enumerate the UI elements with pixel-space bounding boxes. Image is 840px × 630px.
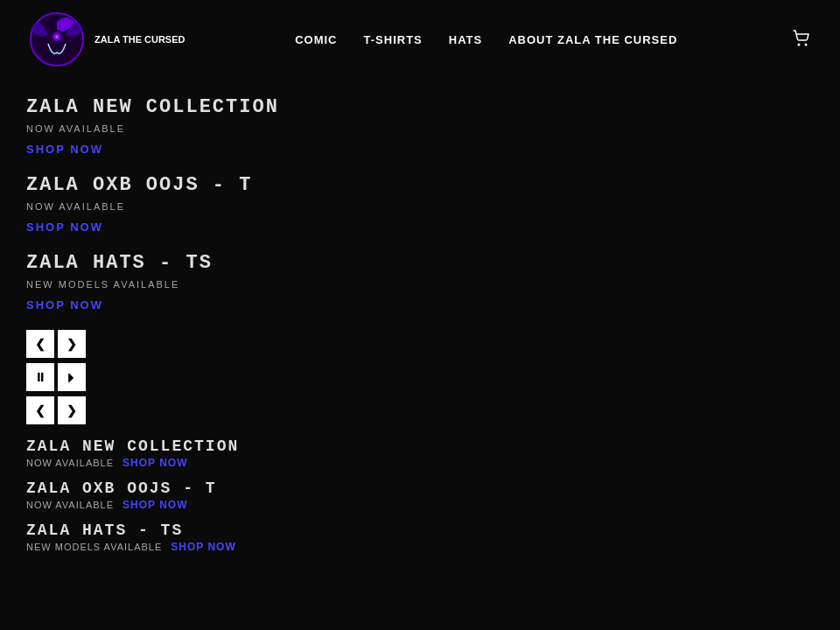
pause-btn[interactable]: ⏸ bbox=[26, 363, 54, 391]
slide-title-3: ZALA HATS - TS bbox=[26, 252, 814, 274]
next-btn-2[interactable]: ❯ bbox=[58, 396, 86, 424]
bottom-list: ZALA NEW COLLECTION NOW AVAILABLE SHOP N… bbox=[26, 438, 814, 553]
bottom-sub-2: NOW AVAILABLE bbox=[26, 500, 114, 510]
slide-title-1: ZALA NEW COLLECTION bbox=[26, 96, 814, 118]
bottom-shop-1[interactable]: SHOP NOW bbox=[122, 457, 187, 469]
svg-point-4 bbox=[798, 44, 801, 46]
bottom-title-1: ZALA NEW COLLECTION bbox=[26, 438, 814, 455]
svg-point-3 bbox=[55, 35, 59, 38]
main-content: ZALA NEW COLLECTION NOW AVAILABLE SHOP N… bbox=[0, 79, 840, 581]
shop-now-btn-2[interactable]: SHOP NOW bbox=[26, 220, 103, 234]
prev-next-row-2: ❮ ❯ bbox=[26, 396, 814, 424]
slide-item-1: ZALA NEW COLLECTION NOW AVAILABLE SHOP N… bbox=[26, 96, 814, 157]
pause-play-row: ⏸ ⏵ bbox=[26, 363, 814, 391]
bottom-sub-1: NOW AVAILABLE bbox=[26, 458, 114, 468]
bottom-meta-3: NEW MODELS AVAILABLE SHOP NOW bbox=[26, 541, 814, 553]
prev-next-row-1: ❮ ❯ bbox=[26, 330, 814, 358]
bottom-item-2: ZALA OXB OOJS - T NOW AVAILABLE SHOP NOW bbox=[26, 480, 814, 511]
nav-about[interactable]: ABOUT ZALA THE CURSED bbox=[508, 33, 677, 46]
bottom-title-3: ZALA HATS - TS bbox=[26, 522, 814, 539]
prev-btn-2[interactable]: ❮ bbox=[26, 396, 54, 424]
cart-icon[interactable] bbox=[788, 28, 814, 51]
bottom-shop-3[interactable]: SHOP NOW bbox=[171, 541, 235, 553]
bottom-item-3: ZALA HATS - TS NEW MODELS AVAILABLE SHOP… bbox=[26, 522, 814, 553]
navbar: ZALA THE CURSED COMIC T-SHIRTS HATS ABOU… bbox=[0, 0, 840, 79]
svg-point-5 bbox=[805, 44, 808, 46]
bottom-sub-3: NEW MODELS AVAILABLE bbox=[26, 542, 162, 552]
play-btn[interactable]: ⏵ bbox=[58, 363, 86, 391]
bottom-shop-2[interactable]: SHOP NOW bbox=[122, 499, 187, 511]
logo-text: ZALA THE CURSED bbox=[94, 33, 185, 46]
bottom-meta-1: NOW AVAILABLE SHOP NOW bbox=[26, 457, 814, 469]
bottom-meta-2: NOW AVAILABLE SHOP NOW bbox=[26, 499, 814, 511]
nav-links: COMIC T-SHIRTS HATS ABOUT ZALA THE CURSE… bbox=[295, 33, 677, 46]
nav-tshirts[interactable]: T-SHIRTS bbox=[364, 33, 423, 46]
controls-area: ❮ ❯ ⏸ ⏵ ❮ ❯ bbox=[26, 330, 814, 424]
next-btn-1[interactable]: ❯ bbox=[58, 330, 86, 358]
slide-subtitle-3: NEW MODELS AVAILABLE bbox=[26, 279, 814, 290]
prev-btn-1[interactable]: ❮ bbox=[26, 330, 54, 358]
nav-comic[interactable]: COMIC bbox=[295, 33, 337, 46]
logo-area: ZALA THE CURSED bbox=[26, 9, 185, 70]
slide-subtitle-1: NOW AVAILABLE bbox=[26, 123, 814, 134]
shop-now-btn-3[interactable]: SHOP NOW bbox=[26, 298, 103, 312]
shop-now-btn-1[interactable]: SHOP NOW bbox=[26, 143, 103, 156]
slide-subtitle-2: NOW AVAILABLE bbox=[26, 201, 814, 212]
slide-item-3: ZALA HATS - TS NEW MODELS AVAILABLE SHOP… bbox=[26, 252, 814, 312]
nav-hats[interactable]: HATS bbox=[449, 33, 482, 46]
slide-item-2: ZALA OXB OOJS - T NOW AVAILABLE SHOP NOW bbox=[26, 174, 814, 234]
slide-title-2: ZALA OXB OOJS - T bbox=[26, 174, 814, 196]
bottom-item-1: ZALA NEW COLLECTION NOW AVAILABLE SHOP N… bbox=[26, 438, 814, 469]
bottom-title-2: ZALA OXB OOJS - T bbox=[26, 480, 814, 497]
logo-icon bbox=[26, 9, 88, 70]
